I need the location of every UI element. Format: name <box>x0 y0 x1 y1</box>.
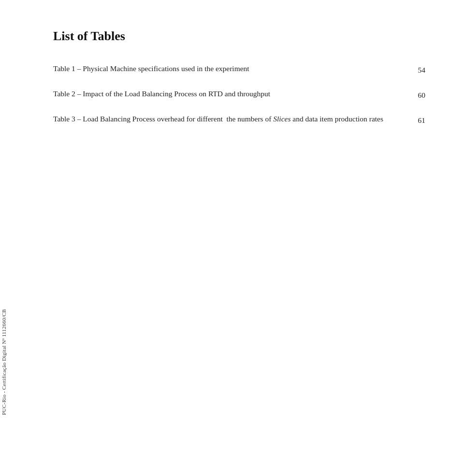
list-item: Table 3 – Load Balancing Process overhea… <box>53 113 425 125</box>
entry-page-3: 61 <box>406 116 425 125</box>
page-title: List of Tables <box>53 29 425 44</box>
entry-text-2: Table 2 – Impact of the Load Balancing P… <box>53 88 406 100</box>
entry-label-2: Table 2 – Impact of the Load Balancing P… <box>53 89 270 98</box>
entry-page-2: 60 <box>406 91 425 100</box>
entry-text-1: Table 1 – Physical Machine specification… <box>53 63 406 74</box>
page-content: List of Tables Table 1 – Physical Machin… <box>0 0 464 167</box>
entry-page-1: 54 <box>406 66 425 74</box>
entry-text-3: Table 3 – Load Balancing Process overhea… <box>53 113 406 125</box>
table-list: Table 1 – Physical Machine specification… <box>53 63 425 125</box>
list-item: Table 2 – Impact of the Load Balancing P… <box>53 88 425 100</box>
entry-label-3-italic: Slices <box>273 115 290 123</box>
entry-label-3-part1: Table 3 – Load Balancing Process overhea… <box>53 115 383 123</box>
watermark: PUC-Rio - Certificação Digital Nº 111266… <box>1 309 7 415</box>
entry-label-1: Table 1 – Physical Machine specification… <box>53 64 249 73</box>
list-item: Table 1 – Physical Machine specification… <box>53 63 425 74</box>
